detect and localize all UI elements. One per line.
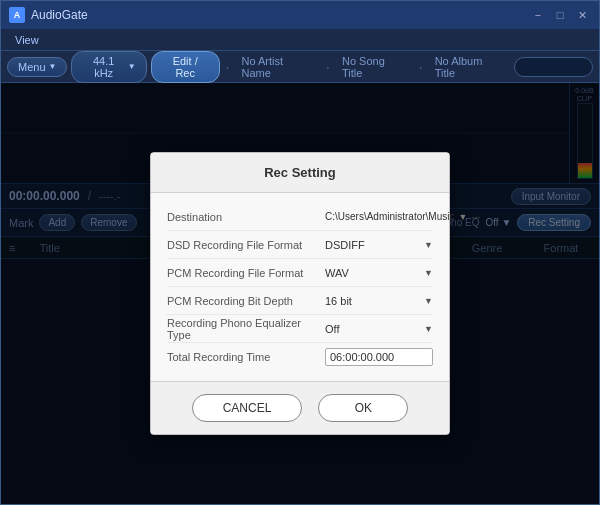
phono-eq-type-dropdown[interactable]: ▼ — [424, 324, 433, 334]
modal-row-bit-depth: PCM Recording Bit Depth 16 bit ▼ — [167, 287, 433, 315]
modal-row-phono-eq: Recording Phono Equalizer Type Off ▼ — [167, 315, 433, 343]
pcm-format-text: WAV — [325, 267, 349, 279]
modal-title: Rec Setting — [151, 153, 449, 193]
ok-button[interactable]: OK — [318, 394, 408, 422]
toolbar-divider3: · — [419, 59, 423, 75]
app-window: A AudioGate − □ ✕ View Menu ▼ 44.1 kHz ▼… — [0, 0, 600, 505]
minimize-button[interactable]: − — [529, 6, 547, 24]
destination-label: Destination — [167, 211, 317, 223]
view-menu[interactable]: View — [9, 34, 45, 46]
modal-overlay: Rec Setting Destination C:\Users\Adminis… — [1, 83, 599, 504]
toolbar-divider: · — [226, 59, 230, 75]
main-content: 0.0dB CLIP 00:00.00.000 / ----.- Input M… — [1, 83, 599, 504]
app-icon: A — [9, 7, 25, 23]
sample-rate-button[interactable]: 44.1 kHz ▼ — [71, 51, 146, 83]
window-controls: − □ ✕ — [529, 6, 591, 24]
modal-body: Destination C:\Users\Administrator\Music… — [151, 193, 449, 381]
modal-row-dsd-format: DSD Recording File Format DSDIFF ▼ — [167, 231, 433, 259]
total-time-input[interactable] — [325, 348, 433, 366]
modal-row-total-time: Total Recording Time — [167, 343, 433, 371]
song-info: No Song Title — [336, 55, 413, 79]
phono-eq-type-value: Off ▼ — [325, 323, 433, 335]
total-time-label: Total Recording Time — [167, 351, 317, 363]
menu-bar: View — [1, 29, 599, 51]
pcm-format-dropdown[interactable]: ▼ — [424, 268, 433, 278]
rec-setting-modal: Rec Setting Destination C:\Users\Adminis… — [150, 152, 450, 435]
total-time-value — [325, 348, 433, 366]
close-button[interactable]: ✕ — [573, 6, 591, 24]
destination-path: C:\Users\Administrator\Music — [325, 211, 454, 222]
bit-depth-value: 16 bit ▼ — [325, 295, 433, 307]
destination-controls: C:\Users\Administrator\Music ▼ ··· — [325, 211, 481, 223]
modal-row-destination: Destination C:\Users\Administrator\Music… — [167, 203, 433, 231]
dsd-format-label: DSD Recording File Format — [167, 239, 317, 251]
menu-button[interactable]: Menu ▼ — [7, 57, 67, 77]
toolbar: Menu ▼ 44.1 kHz ▼ Edit / Rec · No Artist… — [1, 51, 599, 83]
maximize-button[interactable]: □ — [551, 6, 569, 24]
edit-rec-button[interactable]: Edit / Rec — [151, 51, 220, 83]
artist-info: No Artist Name — [235, 55, 320, 79]
modal-row-pcm-format: PCM Recording File Format WAV ▼ — [167, 259, 433, 287]
modal-footer: CANCEL OK — [151, 381, 449, 434]
album-info: No Album Title — [429, 55, 511, 79]
phono-eq-type-label: Recording Phono Equalizer Type — [167, 317, 317, 341]
dsd-format-value: DSDIFF ▼ — [325, 239, 433, 251]
pcm-format-value: WAV ▼ — [325, 267, 433, 279]
phono-eq-type-text: Off — [325, 323, 339, 335]
toolbar-divider2: · — [326, 59, 330, 75]
bit-depth-dropdown[interactable]: ▼ — [424, 296, 433, 306]
pcm-format-label: PCM Recording File Format — [167, 267, 317, 279]
menu-arrow-icon: ▼ — [49, 62, 57, 71]
destination-more-button[interactable]: ··· — [471, 211, 480, 223]
dsd-format-text: DSDIFF — [325, 239, 365, 251]
bit-depth-text: 16 bit — [325, 295, 352, 307]
title-bar: A AudioGate − □ ✕ — [1, 1, 599, 29]
cancel-button[interactable]: CANCEL — [192, 394, 303, 422]
search-input[interactable] — [521, 61, 571, 72]
dsd-format-dropdown[interactable]: ▼ — [424, 240, 433, 250]
window-title: AudioGate — [31, 8, 529, 22]
search-box[interactable] — [514, 57, 593, 77]
bit-depth-label: PCM Recording Bit Depth — [167, 295, 317, 307]
sample-rate-arrow-icon: ▼ — [128, 62, 136, 71]
destination-arrow-icon[interactable]: ▼ — [458, 212, 467, 222]
